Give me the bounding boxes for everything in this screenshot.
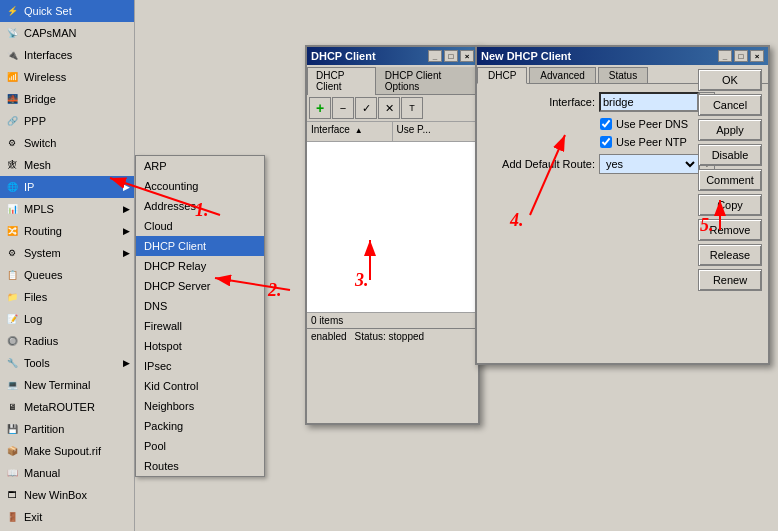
titlebar-buttons: _ □ × <box>428 50 474 62</box>
cancel-button[interactable]: Cancel <box>698 94 762 116</box>
sidebar-item-radius[interactable]: 🔘 Radius <box>0 330 134 352</box>
submenu-dns[interactable]: DNS <box>136 296 264 316</box>
sidebar-item-newterminal[interactable]: 💻 New Terminal <box>0 374 134 396</box>
mpls-arrow: ▶ <box>123 204 130 214</box>
tools-icon: 🔧 <box>4 355 20 371</box>
interface-input[interactable] <box>599 92 699 112</box>
tab-advanced[interactable]: Advanced <box>529 67 595 83</box>
bottom-status: enabled Status: stopped <box>307 328 478 344</box>
submenu-ipsec[interactable]: IPsec <box>136 356 264 376</box>
disable-button[interactable]: Disable <box>698 144 762 166</box>
use-peer-dns-checkbox[interactable] <box>600 118 612 130</box>
newterminal-icon: 💻 <box>4 377 20 393</box>
dialog-titlebar-buttons: _ □ × <box>718 50 764 62</box>
annotation-2: 2. <box>268 280 282 301</box>
log-icon: 📝 <box>4 311 20 327</box>
submenu-dhcp-client[interactable]: DHCP Client <box>136 236 264 256</box>
bridge-icon: 🌉 <box>4 91 20 107</box>
sidebar-item-quickset[interactable]: ⚡ Quick Set <box>0 0 134 22</box>
tab-status[interactable]: Status <box>598 67 648 83</box>
close-button[interactable]: × <box>460 50 474 62</box>
submenu-neighbors[interactable]: Neighbors <box>136 396 264 416</box>
apply-button[interactable]: Apply <box>698 119 762 141</box>
sidebar-item-capsman[interactable]: 📡 CAPsMAN <box>0 22 134 44</box>
tab-dhcp-client-options[interactable]: DHCP Client Options <box>376 67 478 94</box>
renew-button[interactable]: Renew <box>698 269 762 291</box>
copy-button[interactable]: Copy <box>698 194 762 216</box>
quickset-icon: ⚡ <box>4 3 20 19</box>
radius-icon: 🔘 <box>4 333 20 349</box>
submenu-accounting[interactable]: Accounting <box>136 176 264 196</box>
new-dhcp-titlebar: New DHCP Client _ □ × <box>477 47 768 65</box>
dhcp-client-list <box>307 142 478 312</box>
ip-icon: 🌐 <box>4 179 20 195</box>
sidebar-item-mpls[interactable]: 📊 MPLS ▶ <box>0 198 134 220</box>
add-button[interactable]: + <box>309 97 331 119</box>
add-default-route-select[interactable]: yes no <box>599 154 699 174</box>
sidebar-item-ppp[interactable]: 🔗 PPP <box>0 110 134 132</box>
sidebar-item-wireless[interactable]: 📶 Wireless <box>0 66 134 88</box>
newwinbox-icon: 🗔 <box>4 487 20 503</box>
dialog-minimize-button[interactable]: _ <box>718 50 732 62</box>
interface-label: Interface: <box>485 96 595 108</box>
submenu-pool[interactable]: Pool <box>136 436 264 456</box>
sidebar-item-routing[interactable]: 🔀 Routing ▶ <box>0 220 134 242</box>
sidebar-item-partition[interactable]: 💾 Partition <box>0 418 134 440</box>
mesh-icon: 🕸 <box>4 157 20 173</box>
sidebar-item-switch[interactable]: ⚙ Switch <box>0 132 134 154</box>
ppp-icon: 🔗 <box>4 113 20 129</box>
submenu-addresses[interactable]: Addresses <box>136 196 264 216</box>
comment-button[interactable]: Comment <box>698 169 762 191</box>
sidebar-item-mesh[interactable]: 🕸 Mesh <box>0 154 134 176</box>
tab-dhcp[interactable]: DHCP <box>477 67 527 84</box>
sidebar-item-manual[interactable]: 📖 Manual <box>0 462 134 484</box>
x-button[interactable]: ✕ <box>378 97 400 119</box>
tab-dhcp-client[interactable]: DHCP Client <box>307 67 376 95</box>
settings-button[interactable]: T <box>401 97 423 119</box>
system-icon: ⚙ <box>4 245 20 261</box>
sidebar-item-log[interactable]: 📝 Log <box>0 308 134 330</box>
routing-arrow: ▶ <box>123 226 130 236</box>
minimize-button[interactable]: _ <box>428 50 442 62</box>
add-default-route-row: Add Default Route: yes no ▼ <box>485 154 715 174</box>
ok-button[interactable]: OK <box>698 69 762 91</box>
metarouter-icon: 🖥 <box>4 399 20 415</box>
submenu-packing[interactable]: Packing <box>136 416 264 436</box>
release-button[interactable]: Release <box>698 244 762 266</box>
submenu-firewall[interactable]: Firewall <box>136 316 264 336</box>
wireless-icon: 📶 <box>4 69 20 85</box>
sidebar-item-exit[interactable]: 🚪 Exit <box>0 506 134 528</box>
submenu-kidcontrol[interactable]: Kid Control <box>136 376 264 396</box>
sidebar-item-metarouter[interactable]: 🖥 MetaROUTER <box>0 396 134 418</box>
dialog-maximize-button[interactable]: □ <box>734 50 748 62</box>
sidebar-item-queues[interactable]: 📋 Queues <box>0 264 134 286</box>
submenu-arp[interactable]: ARP <box>136 156 264 176</box>
submenu-dhcp-relay[interactable]: DHCP Relay <box>136 256 264 276</box>
sidebar-item-interfaces[interactable]: 🔌 Interfaces <box>0 44 134 66</box>
sidebar-item-tools[interactable]: 🔧 Tools ▶ <box>0 352 134 374</box>
check-button[interactable]: ✓ <box>355 97 377 119</box>
remove-button[interactable]: − <box>332 97 354 119</box>
sidebar-item-makesupout[interactable]: 📦 Make Supout.rif <box>0 440 134 462</box>
submenu-cloud[interactable]: Cloud <box>136 216 264 236</box>
remove-button[interactable]: Remove <box>698 219 762 241</box>
dhcp-client-title: DHCP Client <box>311 50 376 62</box>
queues-icon: 📋 <box>4 267 20 283</box>
sidebar-item-newwinbox[interactable]: 🗔 New WinBox <box>0 484 134 506</box>
sidebar-item-ip[interactable]: 🌐 IP ▶ <box>0 176 134 198</box>
use-peer-ntp-checkbox[interactable] <box>600 136 612 148</box>
dialog-close-button[interactable]: × <box>750 50 764 62</box>
maximize-button[interactable]: □ <box>444 50 458 62</box>
items-count: 0 items <box>307 312 478 328</box>
interfaces-icon: 🔌 <box>4 47 20 63</box>
new-dhcp-dialog: New DHCP Client _ □ × DHCP Advanced Stat… <box>475 45 770 365</box>
submenu-routes[interactable]: Routes <box>136 456 264 476</box>
window-tabs: DHCP Client DHCP Client Options <box>307 65 478 95</box>
submenu-dhcp-server[interactable]: DHCP Server <box>136 276 264 296</box>
mpls-icon: 📊 <box>4 201 20 217</box>
submenu-hotspot[interactable]: Hotspot <box>136 336 264 356</box>
sidebar-item-bridge[interactable]: 🌉 Bridge <box>0 88 134 110</box>
sidebar-item-system[interactable]: ⚙ System ▶ <box>0 242 134 264</box>
system-arrow: ▶ <box>123 248 130 258</box>
sidebar-item-files[interactable]: 📁 Files <box>0 286 134 308</box>
